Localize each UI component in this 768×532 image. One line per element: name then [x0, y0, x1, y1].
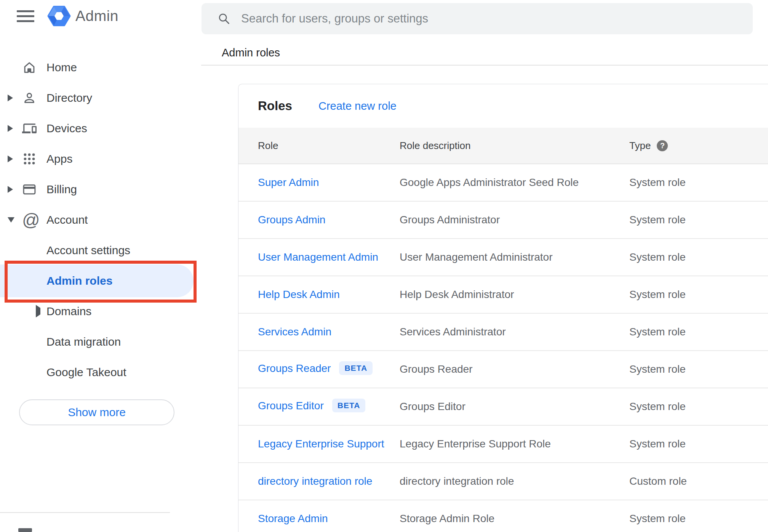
sidebar-item-label: Home	[46, 61, 77, 74]
search-input[interactable]	[241, 7, 753, 30]
create-new-role-link[interactable]: Create new role	[318, 100, 397, 112]
sidebar-item-home[interactable]: Home	[0, 52, 201, 83]
sidebar-item-account[interactable]: @Account	[0, 205, 201, 235]
sidebar-item-label: Domains	[46, 305, 91, 318]
role-type: System role	[629, 401, 768, 413]
chevron-right-icon[interactable]	[8, 125, 22, 132]
role-type: System role	[629, 288, 768, 301]
chevron-down-icon[interactable]	[8, 217, 22, 223]
triangle-glyph	[8, 186, 13, 193]
table-row: Groups AdminGroups AdministratorSystem r…	[238, 202, 768, 239]
sidebar-item-admin-roles[interactable]: Admin roles	[0, 266, 201, 296]
search-bar[interactable]	[202, 3, 753, 34]
at-sign-icon: @	[22, 213, 46, 227]
role-type: Custom role	[629, 475, 768, 487]
role-type: System role	[629, 176, 768, 189]
page-title: Roles	[258, 99, 292, 113]
header-divider	[201, 65, 768, 66]
table-row: Groups EditorBETAGroups EditorSystem rol…	[238, 388, 768, 426]
sidebar-item-apps[interactable]: Apps	[0, 144, 201, 174]
sidebar-item-label: Apps	[46, 152, 72, 165]
chevron-right-icon	[36, 308, 40, 315]
admin-logo-icon	[47, 4, 71, 28]
sidebar-item-billing[interactable]: Billing	[0, 174, 201, 205]
breadcrumb: Admin roles	[222, 46, 280, 59]
apps-grid-icon	[22, 152, 46, 166]
role-link[interactable]: Super Admin	[258, 176, 319, 188]
table-header-row: Role Role description Type ?	[238, 128, 768, 164]
role-cell: Groups EditorBETA	[258, 400, 400, 413]
role-cell: Services Admin	[258, 326, 400, 338]
table-row: User Management AdminUser Management Adm…	[238, 239, 768, 276]
credit-card-icon	[22, 182, 46, 197]
role-description: Services Administrator	[400, 326, 629, 338]
sidebar: Admin HomeDirectoryDevicesAppsBilling@Ac…	[0, 0, 201, 532]
role-link[interactable]: Services Admin	[258, 326, 331, 338]
role-description: Help Desk Administrator	[400, 288, 629, 301]
sidebar-item-devices[interactable]: Devices	[0, 113, 201, 144]
role-type: System role	[629, 251, 768, 263]
role-link[interactable]: Storage Admin	[258, 513, 328, 524]
person-icon	[22, 91, 46, 105]
chevron-right-icon[interactable]	[8, 155, 22, 162]
partially-visible-icon	[18, 528, 32, 532]
sidebar-divider	[0, 512, 170, 513]
role-cell: Help Desk Admin	[258, 288, 400, 301]
role-cell: Storage Admin	[258, 513, 400, 525]
role-description: Groups Administrator	[400, 214, 629, 226]
role-type: System role	[629, 363, 768, 375]
sidebar-item-label: Devices	[46, 122, 87, 135]
role-type: System role	[629, 438, 768, 450]
role-cell: Groups ReaderBETA	[258, 362, 400, 376]
roles-table-body: Super AdminGoogle Apps Administrator See…	[238, 164, 768, 532]
role-description: Groups Editor	[400, 401, 629, 413]
role-link[interactable]: Help Desk Admin	[258, 288, 340, 300]
role-description: Storage Admin Role	[400, 513, 629, 525]
role-description: User Management Administrator	[400, 251, 629, 263]
sidebar-item-label: Account settings	[46, 244, 130, 257]
sidebar-item-google-takeout[interactable]: Google Takeout	[0, 357, 201, 388]
role-link[interactable]: Groups Reader	[258, 362, 331, 374]
role-link[interactable]: directory integration role	[258, 475, 372, 487]
role-cell: Super Admin	[258, 176, 400, 189]
card-title-row: Roles Create new role	[238, 84, 768, 128]
sidebar-item-label: Google Takeout	[46, 366, 126, 379]
search-icon	[218, 12, 230, 25]
table-row: Services AdminServices AdministratorSyst…	[238, 314, 768, 351]
help-icon[interactable]: ?	[657, 140, 668, 151]
table-row: Storage AdminStorage Admin RoleSystem ro…	[238, 500, 768, 532]
sidebar-item-domains[interactable]: Domains	[0, 296, 201, 327]
show-more-button[interactable]: Show more	[19, 399, 174, 425]
sidebar-item-data-migration[interactable]: Data migration	[0, 327, 201, 357]
role-link[interactable]: Legacy Enterprise Support	[258, 438, 384, 450]
app-title: Admin	[75, 8, 118, 24]
roles-card: Roles Create new role Role Role descript…	[238, 84, 768, 532]
role-link[interactable]: User Management Admin	[258, 251, 378, 263]
role-type: System role	[629, 513, 768, 525]
chevron-right-icon[interactable]	[8, 95, 22, 101]
triangle-glyph	[8, 95, 13, 101]
role-description: Google Apps Administrator Seed Role	[400, 176, 629, 189]
table-row: directory integration roledirectory inte…	[238, 463, 768, 500]
menu-icon[interactable]	[17, 10, 34, 22]
table-row: Legacy Enterprise SupportLegacy Enterpri…	[238, 426, 768, 463]
role-cell: Groups Admin	[258, 214, 400, 226]
triangle-glyph	[8, 125, 13, 132]
triangle-glyph	[8, 155, 13, 162]
role-cell: directory integration role	[258, 475, 400, 487]
column-header-type-label: Type	[629, 140, 651, 152]
column-header-role-description: Role description	[400, 140, 629, 152]
chevron-right-icon[interactable]	[8, 186, 22, 193]
triangle-glyph	[8, 217, 14, 223]
table-row: Help Desk AdminHelp Desk AdministratorSy…	[238, 276, 768, 314]
role-link[interactable]: Groups Admin	[258, 214, 325, 226]
sidebar-item-account-settings[interactable]: Account settings	[0, 235, 201, 266]
role-link[interactable]: Groups Editor	[258, 400, 324, 412]
role-cell: User Management Admin	[258, 251, 400, 263]
home-icon	[22, 60, 46, 75]
devices-icon	[22, 121, 46, 136]
role-description: Groups Reader	[400, 363, 629, 375]
sidebar-item-directory[interactable]: Directory	[0, 83, 201, 113]
sidebar-item-label: Data migration	[46, 335, 121, 348]
column-header-role: Role	[258, 140, 400, 152]
